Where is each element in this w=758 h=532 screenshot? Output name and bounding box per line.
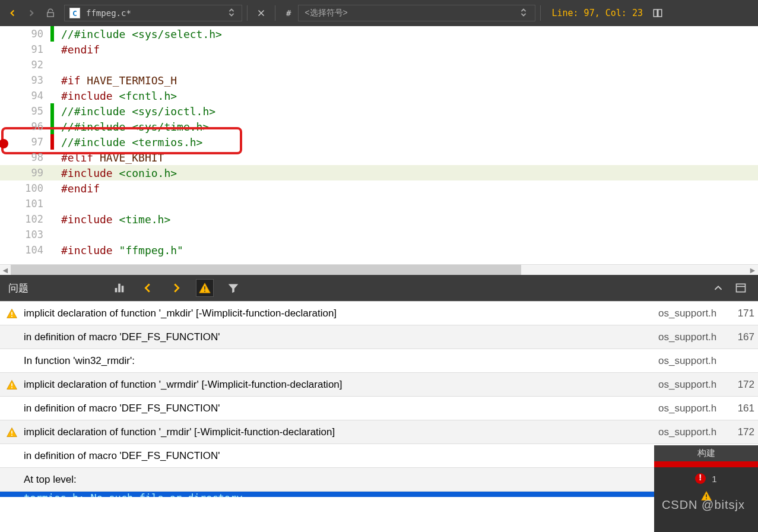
problem-row[interactable]: implicit declaration of function '_wrmdi…	[0, 373, 758, 397]
problem-line: 167	[735, 331, 758, 343]
symbol-placeholder: <选择符号>	[305, 8, 347, 18]
problems-list[interactable]: in definition of macro 'DEF_FS_FUNCTION'…	[0, 301, 758, 497]
problem-line: 172	[735, 379, 758, 391]
problem-row[interactable]: implicit declaration of function '_rmdir…	[0, 420, 758, 444]
separator	[247, 5, 248, 21]
problem-row[interactable]: in definition of macro 'DEF_FS_FUNCTION'	[0, 444, 758, 468]
code-line[interactable]: 97//#include <termios.h>	[0, 134, 758, 150]
next-issue-button[interactable]	[167, 279, 185, 297]
modification-marker	[50, 57, 54, 72]
problem-message: In function 'win32_rmdir':	[24, 355, 658, 367]
code-line[interactable]: 90//#include <sys/select.h>	[0, 26, 758, 42]
line-number: 93	[0, 74, 50, 86]
svg-rect-9	[11, 383, 12, 386]
line-number: 96	[0, 121, 50, 132]
svg-rect-4	[204, 291, 205, 292]
modification-marker	[50, 150, 54, 165]
split-icon[interactable]	[649, 4, 667, 22]
build-icon[interactable]	[110, 279, 128, 297]
show-warnings-toggle[interactable]	[196, 279, 214, 297]
code-text: #include <time.h>	[61, 213, 170, 226]
problem-file: os_support.h	[658, 355, 735, 367]
prev-issue-button[interactable]	[139, 279, 157, 297]
problem-row[interactable]: implicit declaration of function '_mkdir…	[0, 302, 758, 325]
problem-file: os_support.h	[658, 403, 735, 414]
code-text: #endif	[61, 182, 100, 195]
collapse-panel-icon[interactable]	[709, 279, 727, 297]
code-line[interactable]: 101	[0, 196, 758, 211]
code-text: #include <fcntl.h>	[61, 90, 177, 102]
filename-breadcrumb[interactable]: C ffmpeg.c*	[64, 5, 242, 21]
horizontal-scrollbar[interactable]: ◄ ►	[0, 264, 758, 275]
modification-marker	[50, 88, 54, 103]
problem-file: os_support.h	[658, 331, 735, 343]
nav-back-button[interactable]	[4, 4, 21, 22]
modification-marker	[50, 72, 54, 88]
code-line[interactable]: 93#if HAVE_TERMIOS_H	[0, 72, 758, 88]
problem-line: 161	[735, 403, 758, 414]
cursor-position: Line: 97, Col: 23	[551, 8, 643, 18]
line-number: 95	[0, 105, 50, 117]
svg-rect-7	[11, 312, 12, 315]
line-number: 101	[0, 198, 50, 210]
code-line[interactable]: 91#endif	[0, 42, 758, 57]
problem-message: implicit declaration of function '_rmdir…	[24, 426, 658, 438]
problem-row[interactable]: in definition of macro 'DEF_FS_FUNCTION'…	[0, 397, 758, 420]
problem-row[interactable]: In function 'win32_rmdir':os_support.h	[0, 349, 758, 373]
scroll-right-icon[interactable]: ►	[747, 265, 758, 275]
problem-line: 172	[735, 426, 758, 438]
problem-message: At top level:	[24, 474, 658, 486]
top-toolbar: C ffmpeg.c* # <选择符号> Line: 97, Col: 23	[0, 0, 758, 26]
warning-icon	[700, 490, 712, 502]
filter-icon[interactable]	[224, 279, 242, 297]
code-line[interactable]: 96//#include <sys/time.h>	[0, 119, 758, 134]
modification-marker	[50, 103, 54, 119]
nav-forward-button[interactable]	[23, 4, 40, 22]
code-line[interactable]: 100#endif	[0, 180, 758, 196]
modification-marker	[50, 165, 54, 180]
scroll-left-icon[interactable]: ◄	[0, 265, 11, 275]
line-number: 94	[0, 90, 50, 102]
c-file-icon: C	[69, 8, 80, 18]
code-line[interactable]: 95//#include <sys/ioctl.h>	[0, 103, 758, 119]
modification-marker	[50, 180, 54, 196]
error-count: 1	[712, 474, 716, 484]
warning-icon	[6, 426, 18, 438]
problem-row[interactable]: At top level:	[0, 468, 758, 492]
problem-message: implicit declaration of function '_wrmdi…	[24, 379, 658, 391]
symbol-selector[interactable]: <选择符号>	[298, 5, 535, 21]
code-line[interactable]: 98#elif HAVE_KBHIT	[0, 150, 758, 165]
separator	[275, 5, 275, 21]
code-line[interactable]: 104#include "ffmpeg.h"	[0, 242, 758, 258]
problem-message: in definition of macro 'DEF_FS_FUNCTION'	[24, 331, 658, 343]
code-line[interactable]: 102#include <time.h>	[0, 211, 758, 227]
code-line[interactable]: 99#include <conio.h>	[0, 165, 758, 180]
code-line[interactable]: 94#include <fcntl.h>	[0, 88, 758, 103]
svg-rect-0	[47, 12, 54, 17]
svg-rect-10	[11, 387, 12, 388]
problem-line: 171	[735, 308, 758, 319]
lock-icon[interactable]	[42, 4, 59, 22]
warning-icon	[6, 308, 18, 319]
problem-file: os_support.h	[658, 379, 735, 391]
code-text: #elif HAVE_KBHIT	[61, 151, 164, 164]
problem-message: in definition of macro 'DEF_FS_FUNCTION'	[24, 403, 658, 414]
svg-rect-12	[11, 435, 12, 436]
svg-rect-11	[11, 430, 12, 433]
code-line[interactable]: 92	[0, 57, 758, 72]
code-editor[interactable]: 90//#include <sys/select.h>91#endif9293#…	[0, 26, 758, 264]
code-line[interactable]: 103	[0, 227, 758, 242]
symbol-updown-icon[interactable]	[518, 7, 529, 20]
problem-row[interactable]: in definition of macro 'DEF_FS_FUNCTION'…	[0, 325, 758, 349]
svg-rect-1	[654, 10, 657, 17]
modification-marker	[50, 26, 54, 42]
close-icon[interactable]	[252, 4, 270, 22]
code-text: //#include <sys/select.h>	[61, 28, 222, 40]
panel-menu-icon[interactable]	[732, 279, 750, 297]
svg-rect-13	[706, 495, 707, 498]
problem-row[interactable]: termios.h: No such file or directoryD:\f…	[0, 492, 758, 497]
problem-file: os_support.h	[658, 308, 735, 319]
build-popup-title: 构建	[654, 445, 758, 461]
problems-panel-header: 问题	[0, 275, 758, 301]
file-updown-icon[interactable]	[226, 7, 237, 20]
